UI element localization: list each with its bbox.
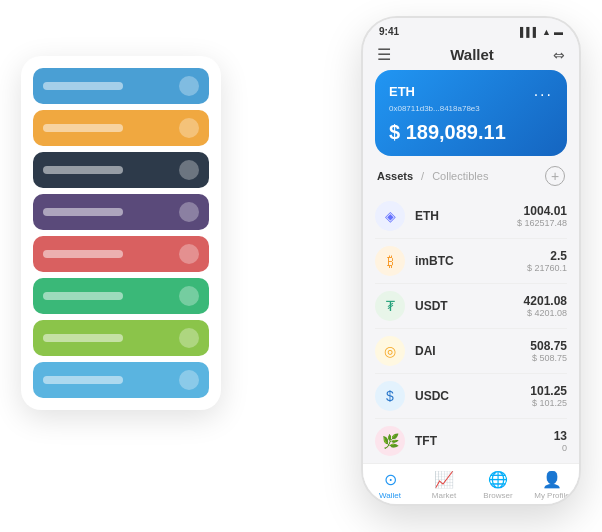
wallet-card-lightgreen[interactable] xyxy=(33,320,209,356)
tab-divider: / xyxy=(421,170,424,182)
eth-card-menu[interactable]: ... xyxy=(534,82,553,100)
eth-card-top: ETH ... xyxy=(389,82,553,100)
asset-list: ◈ ETH 1004.01 $ 162517.48 ₿ imBTC 2.5 $ … xyxy=(363,194,579,463)
card-icon xyxy=(179,118,199,138)
card-icon xyxy=(179,370,199,390)
asset-amount-usdc: 101.25 xyxy=(530,384,567,398)
asset-usd-dai: $ 508.75 xyxy=(530,353,567,363)
asset-item-usdt[interactable]: ₮ USDT 4201.08 $ 4201.08 xyxy=(375,284,567,329)
asset-amount-dai: 508.75 xyxy=(530,339,567,353)
card-text xyxy=(43,334,123,342)
assets-tabs: Assets / Collectibles xyxy=(377,170,488,182)
asset-name-usdc: USDC xyxy=(415,389,530,403)
status-bar: 9:41 ▌▌▌ ▲ ▬ xyxy=(363,18,579,41)
card-icon xyxy=(179,160,199,180)
asset-values-tft: 13 0 xyxy=(554,429,567,453)
phone-header: ☰ Wallet ⇔ xyxy=(363,41,579,70)
nav-profile[interactable]: 👤 My Profile xyxy=(525,470,579,500)
wallet-card-lightblue[interactable] xyxy=(33,362,209,398)
asset-item-dai[interactable]: ◎ DAI 508.75 $ 508.75 xyxy=(375,329,567,374)
asset-amount-tft: 13 xyxy=(554,429,567,443)
card-text xyxy=(43,166,123,174)
phone-mockup: 9:41 ▌▌▌ ▲ ▬ ☰ Wallet ⇔ ETH ... 0x08711d… xyxy=(361,16,581,506)
usdt-icon: ₮ xyxy=(375,291,405,321)
asset-item-usdc[interactable]: $ USDC 101.25 $ 101.25 xyxy=(375,374,567,419)
asset-values-dai: 508.75 $ 508.75 xyxy=(530,339,567,363)
asset-values-usdt: 4201.08 $ 4201.08 xyxy=(524,294,567,318)
nav-browser[interactable]: 🌐 Browser xyxy=(471,470,525,500)
asset-amount-imbtc: 2.5 xyxy=(527,249,567,263)
wallet-card-purple[interactable] xyxy=(33,194,209,230)
card-icon xyxy=(179,76,199,96)
asset-amount-usdt: 4201.08 xyxy=(524,294,567,308)
page-title: Wallet xyxy=(450,46,494,63)
eth-icon: ◈ xyxy=(375,201,405,231)
imbtc-icon: ₿ xyxy=(375,246,405,276)
market-nav-icon: 📈 xyxy=(434,470,454,489)
signal-icon: ▌▌▌ xyxy=(520,27,539,37)
market-nav-label: Market xyxy=(432,491,456,500)
add-asset-button[interactable]: + xyxy=(545,166,565,186)
eth-balance: $ 189,089.11 xyxy=(389,121,553,144)
expand-icon[interactable]: ⇔ xyxy=(553,47,565,63)
usdc-icon: $ xyxy=(375,381,405,411)
card-text xyxy=(43,376,123,384)
card-text xyxy=(43,250,123,258)
profile-nav-label: My Profile xyxy=(534,491,570,500)
eth-address: 0x08711d3b...8418a78e3 xyxy=(389,104,553,113)
card-icon xyxy=(179,328,199,348)
wallet-nav-icon: ⊙ xyxy=(384,470,397,489)
wallet-card-green[interactable] xyxy=(33,278,209,314)
card-text xyxy=(43,124,123,132)
menu-icon[interactable]: ☰ xyxy=(377,45,391,64)
asset-name-dai: DAI xyxy=(415,344,530,358)
eth-card-label: ETH xyxy=(389,84,415,99)
asset-values-imbtc: 2.5 $ 21760.1 xyxy=(527,249,567,273)
browser-nav-label: Browser xyxy=(483,491,512,500)
status-icons: ▌▌▌ ▲ ▬ xyxy=(520,27,563,37)
asset-values-usdc: 101.25 $ 101.25 xyxy=(530,384,567,408)
bottom-nav: ⊙ Wallet 📈 Market 🌐 Browser 👤 My Profile xyxy=(363,463,579,504)
asset-name-eth: ETH xyxy=(415,209,517,223)
phone-content: ETH ... 0x08711d3b...8418a78e3 $ 189,089… xyxy=(363,70,579,504)
asset-item-imbtc[interactable]: ₿ imBTC 2.5 $ 21760.1 xyxy=(375,239,567,284)
card-icon xyxy=(179,202,199,222)
card-stack xyxy=(21,56,221,410)
eth-card[interactable]: ETH ... 0x08711d3b...8418a78e3 $ 189,089… xyxy=(375,70,567,156)
asset-values-eth: 1004.01 $ 162517.48 xyxy=(517,204,567,228)
wallet-nav-label: Wallet xyxy=(379,491,401,500)
asset-usd-usdt: $ 4201.08 xyxy=(524,308,567,318)
tft-icon: 🌿 xyxy=(375,426,405,456)
status-time: 9:41 xyxy=(379,26,399,37)
battery-icon: ▬ xyxy=(554,27,563,37)
asset-name-tft: TFT xyxy=(415,434,554,448)
tab-assets[interactable]: Assets xyxy=(377,170,413,182)
wallet-card-red[interactable] xyxy=(33,236,209,272)
asset-usd-usdc: $ 101.25 xyxy=(530,398,567,408)
nav-wallet[interactable]: ⊙ Wallet xyxy=(363,470,417,500)
browser-nav-icon: 🌐 xyxy=(488,470,508,489)
asset-amount-eth: 1004.01 xyxy=(517,204,567,218)
card-text xyxy=(43,292,123,300)
asset-name-usdt: USDT xyxy=(415,299,524,313)
asset-name-imbtc: imBTC xyxy=(415,254,527,268)
profile-nav-icon: 👤 xyxy=(542,470,562,489)
asset-usd-eth: $ 162517.48 xyxy=(517,218,567,228)
asset-usd-tft: 0 xyxy=(554,443,567,453)
card-icon xyxy=(179,244,199,264)
wallet-card-orange[interactable] xyxy=(33,110,209,146)
dai-icon: ◎ xyxy=(375,336,405,366)
assets-header: Assets / Collectibles + xyxy=(363,166,579,194)
wallet-card-blue[interactable] xyxy=(33,68,209,104)
wifi-icon: ▲ xyxy=(542,27,551,37)
card-text xyxy=(43,82,123,90)
scene: 9:41 ▌▌▌ ▲ ▬ ☰ Wallet ⇔ ETH ... 0x08711d… xyxy=(21,16,581,516)
wallet-card-dark[interactable] xyxy=(33,152,209,188)
asset-item-tft[interactable]: 🌿 TFT 13 0 xyxy=(375,419,567,463)
card-text xyxy=(43,208,123,216)
asset-usd-imbtc: $ 21760.1 xyxy=(527,263,567,273)
card-icon xyxy=(179,286,199,306)
tab-collectibles[interactable]: Collectibles xyxy=(432,170,488,182)
nav-market[interactable]: 📈 Market xyxy=(417,470,471,500)
asset-item-eth[interactable]: ◈ ETH 1004.01 $ 162517.48 xyxy=(375,194,567,239)
